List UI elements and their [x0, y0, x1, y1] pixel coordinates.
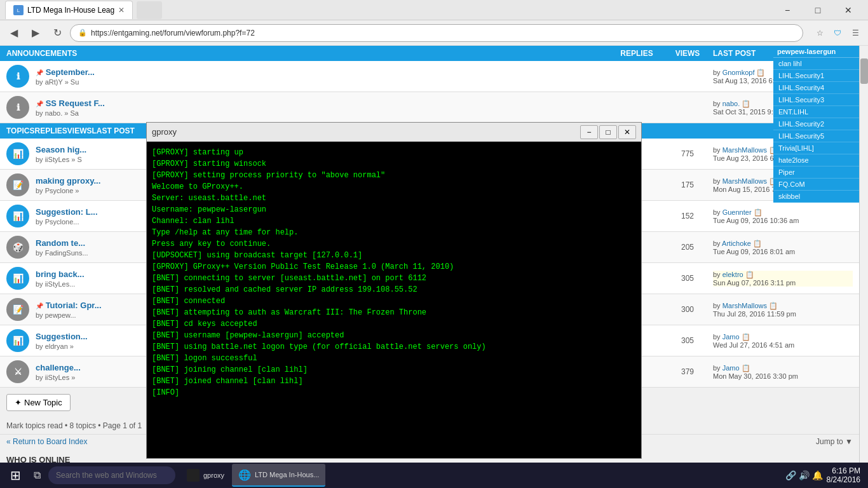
gproxy-line: [INFO] — [152, 387, 636, 398]
tab-favicon: L — [13, 5, 24, 15]
gproxy-content[interactable]: [GPROXY] starting up[GPROXY] starting wi… — [147, 142, 641, 458]
topic-views-4: 305 — [662, 274, 713, 283]
return-link[interactable]: « Return to Board Index — [6, 437, 87, 446]
gproxy-close-btn[interactable]: ✕ — [618, 125, 636, 139]
channel-item-8[interactable]: hate2lose — [773, 154, 859, 166]
topic-lastpost-date-7: Mon May 30, 2016 3:30 pm — [713, 372, 798, 380]
network-icon: 🔗 — [785, 470, 796, 480]
channel-item-2[interactable]: LIHL.Security4 — [773, 82, 859, 94]
topic-views-1: 175 — [662, 180, 713, 189]
gproxy-line: [UDPSOCKET] using broadcast target [127.… — [152, 250, 636, 261]
taskbar-item-browser[interactable]: 🌐 LTD Mega In-Hous... — [232, 464, 325, 487]
scrollbar-thumb[interactable] — [860, 58, 868, 84]
topic-link-3[interactable]: Random te... — [36, 238, 85, 248]
topic-link-0[interactable]: Season hig... — [36, 145, 86, 154]
gproxy-line: Welcome to GProxy++. — [152, 181, 636, 193]
channel-item-1[interactable]: LIHL.Security1 — [773, 70, 859, 82]
new-tab-btn[interactable] — [137, 1, 162, 19]
topic-lastpost-5: by MarshMallows 📋 Thu Jul 28, 2016 11:59… — [713, 302, 853, 318]
topic-lastpost-date-2: Tue Aug 09, 2016 10:36 am — [713, 217, 799, 224]
topic-views-0: 775 — [662, 149, 713, 158]
bookmark-btn[interactable]: ☆ — [812, 25, 827, 41]
lastpost-user-2[interactable]: nabo. — [722, 100, 740, 107]
topic-link-1[interactable]: making gproxy... — [36, 176, 100, 186]
lastpost-user-1[interactable]: Gnomkopf — [722, 69, 755, 76]
gproxy-line: [BNET] joining channel [clan lihl] — [152, 364, 636, 376]
topic-lastpost-user-4[interactable]: elektro — [722, 271, 743, 278]
back-btn[interactable]: ◀ — [5, 24, 23, 42]
url-text: https://entgaming.net/forum/viewforum.ph… — [91, 29, 255, 37]
start-button[interactable]: ⊞ — [3, 464, 28, 487]
gproxy-line: Type /help at any time for help. — [152, 227, 636, 238]
channel-item-10[interactable]: FQ.CoM — [773, 179, 859, 191]
post-link-2[interactable]: SS Request F... — [46, 98, 105, 108]
replies-header: REPLIES — [611, 49, 662, 58]
topic-icon-3: 🎲 — [6, 236, 29, 259]
topic-lastpost-user-1[interactable]: MarshMallows — [722, 177, 767, 185]
topic-link-2[interactable]: Suggestion: L... — [36, 207, 98, 217]
sticky-icon-5: 📌 — [36, 302, 43, 309]
topic-lastpost-7: by Jamo 📋 Mon May 30, 2016 3:30 pm — [713, 364, 853, 380]
browser-tab[interactable]: L LTD Mega In-House Leag ✕ — [5, 1, 133, 19]
topic-lastpost-date-3: Tue Aug 09, 2016 8:01 am — [713, 248, 795, 255]
taskbar-item-gproxy[interactable]: gproxy — [180, 464, 231, 487]
channel-item-9[interactable]: Piper — [773, 166, 859, 179]
topic-lastpost-user-5[interactable]: MarshMallows — [722, 302, 767, 309]
windows-icon: ⊞ — [10, 468, 21, 483]
topic-link-6[interactable]: Suggestion... — [36, 332, 88, 341]
topic-views-7: 379 — [662, 367, 713, 376]
gproxy-titlebar: gproxy − □ ✕ — [147, 123, 641, 142]
gproxy-minimize-btn[interactable]: − — [580, 125, 598, 139]
refresh-btn[interactable]: ↻ — [48, 24, 66, 42]
maximize-btn[interactable]: □ — [803, 0, 832, 20]
minimize-btn[interactable]: − — [773, 0, 802, 20]
topic-views-6: 305 — [662, 336, 713, 345]
browser-taskbar-label: LTD Mega In-Hous... — [255, 471, 319, 478]
topic-icon-0: 📊 — [6, 142, 29, 165]
topic-link-7[interactable]: challenge... — [36, 363, 81, 372]
gproxy-line: [BNET] attempting to auth as Warcraft II… — [152, 307, 636, 318]
tab-close-btn[interactable]: ✕ — [118, 6, 125, 15]
new-topic-button[interactable]: ✦ New Topic — [6, 394, 71, 411]
channel-item-3[interactable]: LIHL.Security3 — [773, 94, 859, 106]
post-icon-1: ℹ — [6, 65, 29, 88]
close-btn[interactable]: ✕ — [834, 0, 863, 20]
topic-lastpost-user-7[interactable]: Jamo — [722, 364, 740, 372]
channels-panel: pewpew-lasergun clan lihl LIHL.Security1… — [773, 46, 859, 203]
post-title-1[interactable]: 📌 September... — [36, 67, 611, 77]
channel-item-5[interactable]: LIHL.Security2 — [773, 118, 859, 130]
gproxy-line: Channel: clan lihl — [152, 215, 636, 227]
topic-lastpost-user-2[interactable]: Guennter — [722, 208, 752, 216]
topic-link-5[interactable]: Tutorial: Gpr... — [46, 301, 102, 310]
topic-lastpost-user-6[interactable]: Jamo — [722, 333, 740, 341]
topic-icon-7: ⚔ — [6, 360, 29, 383]
webpage-content: ANNOUNCEMENTS REPLIES VIEWS LAST POST ℹ … — [0, 46, 868, 463]
post-link-1[interactable]: September... — [46, 67, 95, 77]
topic-lastpost-date-5: Thu Jul 28, 2016 11:59 pm — [713, 310, 796, 318]
browser-window: L LTD Mega In-House Leag ✕ − □ ✕ ◀ ▶ ↻ 🔒… — [0, 0, 868, 488]
forward-btn[interactable]: ▶ — [27, 24, 44, 42]
gproxy-line: [GPROXY] starting up — [152, 147, 636, 158]
channel-item-4[interactable]: ENT.LIHL — [773, 106, 859, 118]
topic-lastpost-user-3[interactable]: Artichoke — [722, 240, 751, 247]
topic-lastpost-user-0[interactable]: MarshMallows — [722, 146, 767, 154]
extension-btn[interactable]: 🛡 — [830, 25, 845, 41]
task-view-btn[interactable]: ⧉ — [31, 469, 43, 482]
address-bar[interactable]: 🔒 https://entgaming.net/forum/viewforum.… — [70, 24, 803, 42]
menu-btn[interactable]: ☰ — [848, 25, 863, 41]
channel-item-6[interactable]: LIHL.Security5 — [773, 130, 859, 142]
taskbar-search-input[interactable] — [48, 466, 175, 484]
gproxy-taskbar-label: gproxy — [203, 471, 224, 479]
channel-item-7[interactable]: Trivia[LIHL] — [773, 142, 859, 154]
topics-replies-header: REPLIES — [34, 126, 67, 135]
channel-item-0[interactable]: clan lihl — [773, 58, 859, 70]
gproxy-line: [GPROXY] starting winsock — [152, 158, 636, 170]
post-title-2[interactable]: 📌 SS Request F... — [36, 98, 611, 108]
scrollbar[interactable] — [859, 46, 868, 463]
window-controls: − □ ✕ — [773, 0, 863, 20]
gproxy-line: [BNET] username [pewpew-lasergun] accept… — [152, 330, 636, 341]
topic-link-4[interactable]: bring back... — [36, 269, 85, 279]
notification-icon[interactable]: 🔔 — [812, 470, 823, 480]
channel-item-11[interactable]: skibbel — [773, 191, 859, 203]
gproxy-maximize-btn[interactable]: □ — [599, 125, 617, 139]
